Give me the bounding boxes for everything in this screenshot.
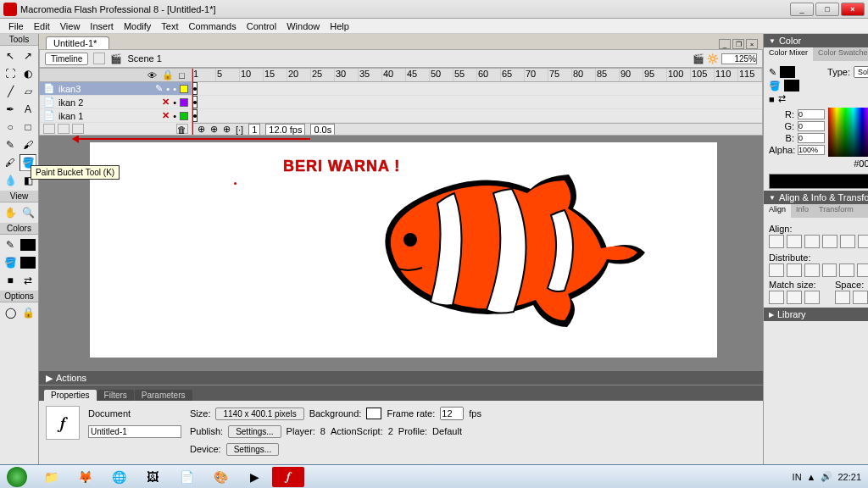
g-input[interactable] [798, 121, 825, 131]
tab-parameters[interactable]: Parameters [135, 390, 192, 401]
doc-restore[interactable]: ❐ [732, 39, 744, 49]
taskbar[interactable]: 📁 🦊 🌐 🖼 📄 🎨 ▶ 𝒇 IN ▲ 🔊 22:21 [0, 464, 868, 488]
tray-time[interactable]: 22:21 [837, 472, 861, 482]
onion-icon[interactable]: [·] [236, 125, 243, 135]
subselection-tool[interactable]: ↗ [19, 47, 36, 64]
taskbar-app[interactable]: 📁 [35, 467, 67, 487]
stage[interactable]: BERI WARNA ! [90, 142, 717, 358]
dist-icon[interactable] [822, 263, 837, 277]
match-icon[interactable] [787, 291, 802, 304]
tab-properties[interactable]: Properties [44, 390, 97, 401]
timeline-toggle[interactable]: Timeline [45, 53, 88, 65]
brush-tool[interactable]: 🖌 [19, 136, 36, 153]
doc-close[interactable]: × [746, 39, 758, 49]
library-panel-header[interactable]: ▶Library [764, 308, 868, 321]
align-left-icon[interactable] [769, 235, 784, 248]
hand-tool[interactable]: ✋ [2, 204, 19, 221]
add-layer-icon[interactable] [43, 124, 55, 134]
actions-panel-header[interactable]: ▶ Actions [39, 371, 763, 385]
align-right-icon[interactable] [804, 235, 820, 248]
menu-commands[interactable]: Commands [183, 21, 241, 31]
line-tool[interactable]: ╱ [2, 83, 19, 100]
pencil-tool[interactable]: ✎ [2, 136, 19, 153]
fill-type-select[interactable]: Solid [854, 66, 868, 78]
align-hcenter-icon[interactable] [787, 235, 802, 248]
onion-icon[interactable]: ⊕ [198, 124, 205, 135]
menu-edit[interactable]: Edit [29, 21, 55, 31]
taskbar-app[interactable]: 🎨 [204, 467, 236, 487]
gradient-transform-tool[interactable]: ◐ [19, 65, 36, 82]
match-icon[interactable] [804, 291, 820, 304]
edit-symbol-icon[interactable]: 🔆 [707, 53, 719, 64]
r-input[interactable] [798, 109, 825, 119]
stage-area[interactable]: BERI WARNA ! [39, 136, 763, 371]
align-vcenter-icon[interactable] [840, 235, 855, 248]
edit-scene-icon[interactable]: 🎬 [693, 53, 704, 64]
zoom-tool[interactable]: 🔍 [19, 204, 36, 221]
device-settings-button[interactable]: Settings... [226, 443, 279, 456]
lasso-tool[interactable]: ▱ [19, 83, 36, 100]
framerate-input[interactable] [440, 407, 464, 420]
start-button[interactable] [0, 465, 34, 489]
rectangle-tool[interactable]: □ [19, 119, 36, 136]
stroke-icon[interactable]: ✎ [769, 67, 776, 78]
tab-color-swatches[interactable]: Color Swatches [813, 47, 868, 61]
dist-icon[interactable] [857, 263, 868, 277]
menu-modify[interactable]: Modify [119, 21, 156, 31]
lock-icon[interactable]: 🔒 [162, 69, 174, 80]
selection-tool[interactable]: ↖ [2, 47, 19, 64]
eyedropper-tool[interactable]: 💧 [2, 172, 19, 189]
doc-minimize[interactable]: _ [719, 39, 731, 49]
menu-help[interactable]: Help [325, 21, 354, 31]
default-colors-icon[interactable]: ■ [769, 94, 775, 104]
match-icon[interactable] [769, 291, 784, 304]
publish-settings-button[interactable]: Settings... [228, 425, 281, 438]
zoom-input[interactable] [721, 53, 757, 64]
tab-transform[interactable]: Transform [814, 204, 859, 218]
tab-align[interactable]: Align [764, 204, 791, 218]
b-input[interactable] [798, 133, 825, 143]
option-gap[interactable]: ◯ [2, 304, 19, 321]
menu-control[interactable]: Control [242, 21, 281, 31]
alpha-input[interactable] [798, 145, 825, 155]
stroke-swatch[interactable] [19, 236, 36, 253]
minimize-button[interactable]: _ [790, 3, 814, 16]
tray-flag-icon[interactable]: ▲ [807, 472, 816, 482]
layer-row[interactable]: 📄 ikan 1 ✕• [40, 109, 192, 123]
menu-text[interactable]: Text [156, 21, 183, 31]
fill-color[interactable]: 🪣 [2, 254, 19, 271]
layer-color[interactable] [180, 112, 188, 120]
tray-network-icon[interactable]: 🔊 [821, 471, 832, 482]
swap-colors-icon[interactable]: ⇄ [778, 93, 786, 104]
swap-colors[interactable]: ⇄ [19, 272, 36, 289]
document-tab[interactable]: Untitled-1* [46, 36, 109, 49]
pen-tool[interactable]: ✒ [2, 101, 19, 118]
align-bottom-icon[interactable] [858, 235, 868, 248]
color-picker[interactable] [828, 108, 868, 157]
fill-swatch[interactable] [784, 80, 799, 92]
taskbar-app[interactable]: 📄 [170, 467, 203, 487]
stroke-color[interactable]: ✎ [2, 236, 19, 253]
layer-color[interactable] [180, 98, 188, 107]
tab-info[interactable]: Info [791, 204, 814, 218]
onion-icon[interactable]: ⊕ [210, 124, 218, 135]
dist-icon[interactable] [787, 263, 802, 277]
menu-window[interactable]: Window [281, 21, 325, 31]
menu-file[interactable]: File [3, 21, 29, 31]
menu-insert[interactable]: Insert [85, 21, 119, 31]
add-folder-icon[interactable] [72, 124, 84, 134]
fill-swatch[interactable] [19, 254, 36, 271]
tab-color-mixer[interactable]: Color Mixer [764, 47, 813, 61]
menu-view[interactable]: View [55, 21, 86, 31]
tab-filters[interactable]: Filters [97, 390, 134, 401]
text-tool[interactable]: A [19, 101, 36, 118]
taskbar-app[interactable]: 🖼 [136, 467, 169, 487]
stroke-swatch[interactable] [780, 66, 795, 78]
layer-row[interactable]: 📄 ikan3 ✎•• [40, 82, 192, 96]
maximize-button[interactable]: □ [815, 3, 839, 16]
align-panel-header[interactable]: ▼Align & Info & Transform [764, 191, 868, 204]
dist-icon[interactable] [769, 263, 784, 277]
taskbar-app[interactable]: 🌐 [103, 467, 135, 487]
playhead[interactable] [192, 69, 193, 135]
taskbar-flash[interactable]: 𝒇 [272, 467, 304, 487]
